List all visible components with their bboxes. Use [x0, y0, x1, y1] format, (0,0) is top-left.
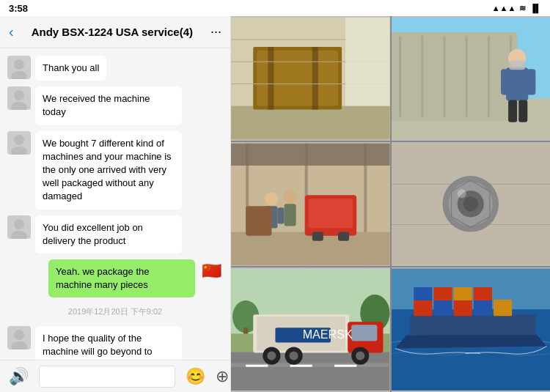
svg-text:MAERSK: MAERSK	[303, 328, 353, 341]
message-row: We bought 7 different kind of machines a…	[7, 131, 223, 210]
svg-point-2	[14, 90, 24, 100]
svg-rect-54	[312, 232, 323, 240]
svg-rect-41	[501, 69, 510, 95]
photo-container-ship[interactable]	[392, 267, 551, 392]
svg-rect-25	[312, 47, 318, 110]
message-bubble: I hope the quality of the machine will g…	[35, 326, 182, 360]
svg-rect-44	[518, 100, 527, 122]
svg-rect-62	[246, 206, 271, 235]
chat-footer: 🔊 😊 ⊕	[0, 360, 230, 392]
emoji-button[interactable]: 😊	[186, 367, 205, 386]
message-input[interactable]	[39, 366, 175, 388]
svg-point-3	[11, 102, 27, 110]
svg-rect-80	[246, 365, 268, 367]
svg-point-1	[11, 71, 27, 79]
avatar	[7, 86, 31, 110]
svg-point-8	[14, 330, 24, 340]
more-options-button[interactable]: ···	[210, 24, 221, 40]
svg-rect-29	[345, 18, 389, 106]
svg-rect-103	[493, 300, 511, 316]
message-row: I hope the quality of the machine will g…	[7, 326, 223, 360]
battery-icon: ▐▌	[529, 4, 541, 12]
status-time: 3:58	[9, 3, 28, 14]
svg-rect-98	[410, 315, 535, 336]
message-row-sent: 🇨🇳 Yeah. we package the machine many pie…	[7, 259, 223, 297]
wifi-icon: ≋	[519, 4, 526, 13]
add-button[interactable]: ⊕	[216, 367, 229, 386]
svg-rect-82	[334, 365, 356, 367]
svg-rect-104	[414, 287, 432, 300]
svg-rect-81	[290, 365, 312, 367]
svg-point-91	[290, 352, 298, 360]
svg-rect-45	[509, 60, 525, 70]
photo-bolt-closeup[interactable]	[392, 142, 551, 267]
svg-rect-101	[453, 300, 472, 316]
photo-warehouse-unloading[interactable]	[231, 142, 390, 267]
svg-rect-99	[414, 300, 432, 316]
svg-rect-105	[433, 287, 452, 300]
svg-rect-102	[473, 300, 491, 316]
photo-container-interior[interactable]	[231, 16, 390, 141]
photo-red-truck[interactable]: MAERSK	[231, 267, 390, 392]
svg-rect-107	[473, 287, 491, 300]
svg-point-9	[11, 341, 27, 350]
svg-rect-43	[508, 100, 517, 122]
svg-point-56	[265, 192, 278, 205]
svg-rect-33	[399, 36, 401, 117]
svg-rect-36	[465, 36, 467, 117]
back-button[interactable]: ‹	[9, 23, 14, 40]
svg-point-0	[14, 59, 24, 70]
svg-rect-35	[443, 36, 445, 117]
chat-header: ‹ Andy BSX-1224 USA service(4) ···	[0, 16, 230, 48]
photo-worker-outdoors[interactable]	[392, 16, 551, 141]
svg-rect-87	[351, 325, 377, 341]
photo-panel: MAERSK	[231, 16, 550, 392]
message-bubble: Thank you all	[35, 56, 106, 81]
chat-messages: Thank you all We received the machine to…	[0, 48, 230, 360]
voice-icon[interactable]: 🔊	[9, 367, 29, 386]
svg-point-89	[267, 352, 276, 360]
message-row: You did excellent job on delivery the pr…	[7, 215, 223, 254]
avatar	[7, 326, 31, 350]
svg-rect-21	[231, 106, 390, 139]
svg-point-93	[356, 352, 364, 360]
message-timestamp: 2019年12月20日 下午9:02	[7, 306, 223, 317]
avatar	[7, 131, 31, 155]
svg-point-5	[11, 147, 27, 155]
svg-rect-53	[309, 199, 353, 228]
svg-rect-32	[392, 32, 517, 121]
message-bubble-sent: Yeah. we package the machine many pieces	[48, 259, 195, 297]
svg-rect-24	[268, 47, 274, 110]
svg-rect-34	[421, 36, 423, 117]
svg-point-72	[457, 189, 466, 198]
svg-rect-59	[277, 207, 284, 223]
svg-rect-61	[285, 204, 296, 226]
svg-rect-51	[231, 232, 390, 265]
message-row: Thank you all	[7, 56, 223, 81]
avatar-china: 🇨🇳	[199, 259, 223, 283]
svg-point-6	[14, 219, 24, 229]
svg-rect-106	[453, 287, 472, 300]
main-container: ‹ Andy BSX-1224 USA service(4) ··· Thank…	[0, 16, 550, 392]
message-bubble: We bought 7 different kind of machines a…	[35, 131, 182, 210]
svg-point-7	[11, 231, 27, 239]
message-row: We received the machine today	[7, 86, 223, 125]
message-bubble: You did excellent job on delivery the pr…	[35, 215, 182, 254]
avatar	[7, 56, 31, 79]
chat-panel: ‹ Andy BSX-1224 USA service(4) ··· Thank…	[0, 16, 231, 392]
svg-rect-55	[338, 232, 349, 240]
status-icons: ▲▲▲ ≋ ▐▌	[492, 4, 541, 13]
status-bar: 3:58 ▲▲▲ ≋ ▐▌	[0, 0, 550, 16]
svg-rect-37	[487, 36, 489, 117]
svg-rect-42	[527, 69, 535, 95]
svg-point-70	[463, 196, 477, 211]
svg-point-60	[283, 190, 296, 203]
svg-rect-100	[433, 300, 452, 316]
chat-title: Andy BSX-1224 USA service(4)	[20, 26, 205, 38]
signal-icon: ▲▲▲	[492, 4, 516, 12]
message-bubble: We received the machine today	[35, 86, 182, 125]
svg-point-4	[14, 135, 24, 145]
avatar	[7, 215, 31, 239]
